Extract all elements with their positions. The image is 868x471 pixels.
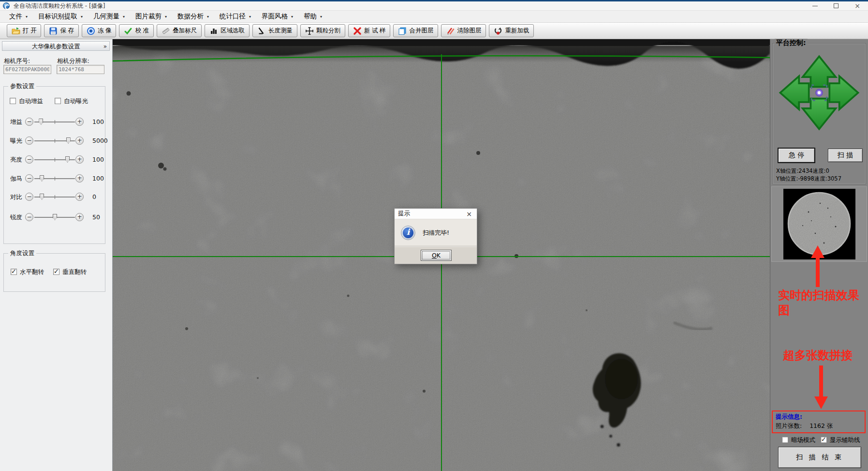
dark-field-checkbox[interactable]: 暗场模式 [782,436,815,444]
platform-group-title: 平台控制: [775,39,808,47]
auto-gain-checkbox[interactable]: 自动增益 [10,97,43,106]
slider-row-gamma: 伽马 − + 100 [4,173,106,184]
slider-thumb[interactable] [40,175,44,182]
checkbox-box[interactable] [53,269,59,275]
menu-file[interactable]: 文件▾ [4,11,33,22]
slider-thumb[interactable] [53,214,57,220]
checkbox-box[interactable] [11,269,17,275]
slider-label: 曝光 [10,137,22,145]
arrow-down-button[interactable] [803,99,836,129]
flip-horizontal-checkbox[interactable]: 水平翻转 [11,268,44,276]
slider-decrease-button[interactable]: − [25,118,33,126]
particle-split-button[interactable]: 颗粒分割 [300,24,345,37]
slider-increase-button[interactable]: + [75,174,84,182]
slider-value: 5000 [92,137,108,144]
restore-button[interactable] [825,1,847,11]
menu-help[interactable]: 帮助▾ [298,11,327,22]
menu-target-extract[interactable]: 目标识别提取▾ [33,11,88,22]
arrow-up-button[interactable] [803,57,836,87]
flip-vertical-checkbox[interactable]: 垂直翻转 [53,268,87,276]
platform-group: 平台控制: 急 停 扫 描 X轴位置:2434速度:0 Y轴位置:-9898速度… [772,43,866,184]
menu-bar: 文件▾ 目标识别提取▾ 几何测量▾ 图片裁剪▾ 数据分析▾ 统计口径▾ 界面风格… [0,11,868,23]
open-button[interactable]: 打 开 [7,24,41,37]
dialog-title-bar[interactable]: 提示 × [395,209,477,219]
camera-resolution-label: 相机分辨率: [57,57,89,65]
show-guides-checkbox[interactable]: 显示辅助线 [821,436,860,444]
scan-button[interactable]: 扫 描 [828,149,863,162]
slider-track[interactable] [34,140,75,141]
title-bar[interactable]: 全自动清洁度颗粒分析系统 - [摄像] × [0,1,868,11]
chevron-down-icon: ▾ [207,15,209,19]
length-measure-button[interactable]: 长度测量 [252,24,297,37]
menu-image-crop[interactable]: 图片裁剪▾ [130,11,172,22]
slider-center-tick [55,158,55,162]
slider-decrease-button[interactable]: − [25,193,33,201]
close-button[interactable]: × [847,1,868,11]
overlay-ruler-button[interactable]: 叠加标尺 [157,24,202,37]
dialog-title: 提示 [398,210,410,218]
slider-thumb[interactable] [65,156,70,163]
checkbox-box[interactable] [55,98,61,104]
checkbox-box[interactable] [10,98,16,104]
save-icon [49,27,58,35]
arrow-left-button[interactable] [780,76,809,109]
menu-data-analysis[interactable]: 数据分析▾ [172,11,214,22]
clear-layers-button[interactable]: 清除图层 [441,24,486,37]
camera-resolution-field[interactable] [57,65,104,74]
angle-group-title: 角度设置 [8,249,36,258]
chevron-down-icon: ▾ [26,15,28,19]
collapse-panel-icon[interactable]: » [103,42,107,51]
slider-increase-button[interactable]: + [75,137,84,145]
slider-increase-button[interactable]: + [75,118,84,126]
minimize-button[interactable] [804,1,825,11]
region-select-button[interactable]: 区域选取 [205,24,250,37]
params-group: 参数设置 自动增益 自动曝光 增益 − + 100 曝光 − + 5000 [3,86,105,244]
slider-track[interactable] [34,217,75,218]
merge-layers-button[interactable]: 合并图层 [393,24,438,37]
calibrate-button[interactable]: 校 准 [119,24,153,37]
reload-button[interactable]: 重新加载 [489,24,534,37]
checkbox-box[interactable] [782,437,788,443]
slider-decrease-button[interactable]: − [25,137,33,145]
save-button[interactable]: 保 存 [44,24,78,37]
slider-decrease-button[interactable]: − [25,174,33,182]
params-group-title: 参数设置 [8,82,36,91]
slider-increase-button[interactable]: + [75,155,84,164]
checkbox-box[interactable] [821,437,827,443]
new-sample-button[interactable]: 新 试 样 [348,24,390,37]
slider-label: 对比 [10,193,22,201]
slider-label: 增益 [10,118,22,126]
dialog-close-button[interactable]: × [465,210,473,218]
dialog-message: 扫描完毕! [423,229,449,237]
reload-icon [494,27,502,35]
freeze-button[interactable]: 冻 像 [82,24,116,37]
slider-track[interactable] [34,178,75,179]
slider-decrease-button[interactable]: − [25,155,33,164]
slider-track[interactable] [34,197,75,198]
slider-center-tick [55,195,55,199]
angle-group: 角度设置 水平翻转 垂直翻转 [3,253,105,292]
slider-thumb[interactable] [39,119,43,125]
particle-cross-icon [305,27,314,35]
auto-exposure-checkbox[interactable]: 自动曝光 [55,97,88,106]
slider-increase-button[interactable]: + [75,193,84,201]
camera-serial-field[interactable] [3,65,51,74]
slider-thumb[interactable] [40,194,44,200]
menu-statistic-caliber[interactable]: 统计口径▾ [214,11,256,22]
scan-end-button[interactable]: 扫 描 结 束 [778,447,861,468]
slider-increase-button[interactable]: + [75,213,84,221]
slider-decrease-button[interactable]: − [25,213,33,221]
slider-track[interactable] [34,159,75,160]
slider-thumb[interactable] [66,137,71,144]
menu-geometry-measure[interactable]: 几何测量▾ [88,11,130,22]
slider-track[interactable] [34,122,75,122]
emergency-stop-button[interactable]: 急 停 [778,148,815,163]
menu-ui-style[interactable]: 界面风格▾ [256,11,298,22]
chevron-down-icon: ▾ [81,15,83,19]
window-title: 全自动清洁度颗粒分析系统 - [摄像] [14,2,105,10]
folder-open-icon [12,27,20,35]
slider-row-sharpness: 锐度 − + 50 [4,212,106,223]
ok-button[interactable]: OK [421,250,452,261]
red-x-icon [353,27,362,35]
arrow-right-button[interactable] [829,76,858,109]
